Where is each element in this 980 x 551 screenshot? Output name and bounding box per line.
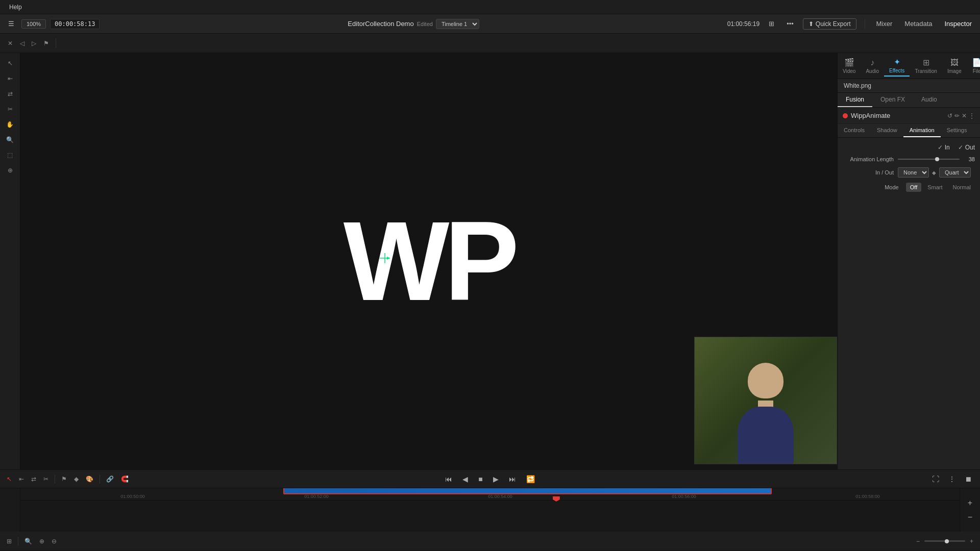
toolbar-menu-btn[interactable]: ☰ bbox=[5, 19, 17, 29]
tool-razor[interactable]: ✂ bbox=[3, 103, 17, 115]
timeline-clip-main[interactable] bbox=[283, 488, 772, 494]
in-check-icon[interactable]: ✓ bbox=[938, 144, 943, 151]
view-sep1 bbox=[56, 38, 56, 48]
pip-person-bg bbox=[695, 337, 837, 464]
out-label: Out bbox=[965, 144, 975, 151]
snap-btn[interactable]: 🧲 bbox=[118, 474, 131, 484]
panel-tab-effects[interactable]: ✦ Effects bbox=[884, 55, 910, 77]
clip-color-btn[interactable]: 🎨 bbox=[83, 474, 96, 484]
tool-slip[interactable]: ⇄ bbox=[3, 88, 17, 100]
mode-label: Mode bbox=[848, 184, 899, 190]
quick-export-button[interactable]: ⬆ Quick Export bbox=[803, 18, 856, 30]
fullscreen-btn[interactable]: ⊞ bbox=[766, 19, 777, 29]
svg-marker-2 bbox=[387, 257, 390, 260]
project-edited: Edited bbox=[417, 21, 433, 27]
audio-settings-btn[interactable]: ⏹ bbox=[962, 473, 975, 485]
effect-icons: ↺ ✏ ✕ ⋮ bbox=[947, 112, 975, 119]
view-next-btn[interactable]: ▷ bbox=[29, 38, 39, 48]
go-start-btn[interactable]: ⏮ bbox=[442, 473, 455, 485]
mode-normal[interactable]: Normal bbox=[949, 183, 975, 192]
track-zoom-in-btn[interactable]: ⊕ bbox=[37, 536, 47, 546]
preview-text: WP bbox=[344, 197, 514, 326]
in-dropdown[interactable]: None bbox=[898, 167, 929, 178]
zoom-slider[interactable] bbox=[924, 540, 965, 542]
menu-help[interactable]: Help bbox=[5, 4, 26, 11]
panel-tab-audio[interactable]: ♪ Audio bbox=[861, 56, 884, 76]
link-btn[interactable]: 🔗 bbox=[104, 474, 116, 484]
effect-edit-btn[interactable]: ✏ bbox=[954, 112, 960, 119]
audio-tab-label: Audio bbox=[866, 68, 879, 74]
metadata-btn[interactable]: Metadata bbox=[901, 19, 935, 29]
stop-btn[interactable]: ■ bbox=[475, 473, 485, 485]
razor-btn[interactable]: ✂ bbox=[41, 474, 51, 484]
subtab-fusion[interactable]: Fusion bbox=[838, 93, 872, 107]
zoom-out-btn[interactable]: − bbox=[965, 511, 975, 523]
tool-zoom[interactable]: 🔍 bbox=[3, 134, 17, 146]
source-tape-btn[interactable]: ⊞ bbox=[4, 536, 14, 546]
tab-shadow[interactable]: Shadow bbox=[871, 124, 903, 137]
playhead-marker bbox=[553, 496, 560, 502]
timeline-select[interactable]: Timeline 1 bbox=[436, 19, 479, 29]
out-check-icon[interactable]: ✓ bbox=[958, 144, 963, 151]
tab-controls[interactable]: Controls bbox=[838, 124, 871, 137]
toolbar-sep1 bbox=[865, 19, 865, 29]
tool-3d[interactable]: ⬚ bbox=[3, 149, 17, 161]
filename-bar: White.png bbox=[838, 79, 980, 93]
overflow-btn[interactable]: ••• bbox=[783, 19, 797, 29]
length-slider[interactable] bbox=[898, 159, 960, 160]
subtab-audio[interactable]: Audio bbox=[913, 93, 945, 107]
pip-video bbox=[694, 337, 837, 464]
right-panel: 🎬 Video ♪ Audio ✦ Effects ⊞ Transition 🖼… bbox=[837, 53, 980, 469]
ruler-marks: 01:00:50:00 01:00:52:00 01:00:54:00 01:0… bbox=[20, 494, 960, 499]
tool-trim[interactable]: ⇤ bbox=[3, 72, 17, 85]
quick-export-icon: ⬆ bbox=[808, 20, 814, 28]
dynamic-trim-btn[interactable]: ⇄ bbox=[29, 474, 39, 484]
view-prev-btn[interactable]: ◁ bbox=[17, 38, 27, 48]
tab-animation[interactable]: Animation bbox=[903, 124, 941, 137]
mode-off[interactable]: Off bbox=[906, 183, 921, 192]
tool-select[interactable]: ↖ bbox=[3, 57, 17, 69]
tool-hand[interactable]: ✋ bbox=[3, 118, 17, 131]
zoom-timeline-in[interactable]: + bbox=[967, 536, 976, 546]
subtab-openfx[interactable]: Open FX bbox=[872, 93, 913, 107]
length-label: Animation Length bbox=[843, 156, 894, 162]
mode-smart[interactable]: Smart bbox=[923, 183, 946, 192]
trim-tool-btn[interactable]: ⇤ bbox=[16, 474, 27, 484]
effect-more-btn[interactable]: ⋮ bbox=[969, 112, 975, 119]
fullscreen-preview-btn[interactable]: ⛶ bbox=[929, 473, 942, 485]
tab-settings[interactable]: Settings bbox=[941, 124, 973, 137]
timeline-body: 01:00:50:00 01:00:52:00 01:00:54:00 01:0… bbox=[0, 488, 980, 532]
zoom-timeline-out[interactable]: − bbox=[914, 536, 922, 546]
panel-tab-image[interactable]: 🖼 Image bbox=[942, 56, 967, 76]
track-zoom-btn[interactable]: 🔍 bbox=[22, 536, 35, 546]
step-back-btn[interactable]: ◀ bbox=[459, 473, 471, 485]
view-flag-btn[interactable]: ⚑ bbox=[41, 38, 52, 48]
mode-row: Mode Off Smart Normal bbox=[843, 183, 975, 192]
bt-sep3 bbox=[18, 537, 18, 546]
tool-overlay[interactable]: ⊕ bbox=[3, 164, 17, 177]
loop-btn[interactable]: 🔁 bbox=[523, 473, 538, 485]
effect-delete-btn[interactable]: ✕ bbox=[962, 112, 967, 119]
select-tool-btn[interactable]: ↖ bbox=[4, 474, 14, 484]
zoom-in-btn[interactable]: + bbox=[965, 497, 975, 509]
in-out-dropdown-row: In / Out None ◆ Quart bbox=[843, 167, 975, 178]
marker-btn[interactable]: ◆ bbox=[71, 474, 81, 484]
effect-reset-btn[interactable]: ↺ bbox=[947, 112, 952, 119]
panel-tab-video[interactable]: 🎬 Video bbox=[838, 56, 861, 76]
inspector-btn[interactable]: Inspector bbox=[942, 19, 975, 29]
image-tab-icon: 🖼 bbox=[950, 58, 959, 67]
track-zoom-out-btn[interactable]: ⊖ bbox=[49, 536, 59, 546]
out-dropdown[interactable]: Quart bbox=[939, 167, 971, 178]
effects-tab-icon: ✦ bbox=[894, 57, 900, 67]
timecode-settings-btn[interactable]: ⋮ bbox=[945, 473, 959, 485]
go-end-btn[interactable]: ⏭ bbox=[506, 473, 519, 485]
panel-tab-file[interactable]: 📄 File bbox=[967, 56, 980, 76]
mixer-btn[interactable]: Mixer bbox=[873, 19, 896, 29]
zoom-display: 100% bbox=[21, 19, 46, 29]
panel-tab-transitions[interactable]: ⊞ Transition bbox=[910, 56, 942, 76]
flag-btn[interactable]: ⚑ bbox=[59, 474, 69, 484]
control-tabs: Controls Shadow Animation Settings bbox=[838, 124, 980, 138]
play-btn[interactable]: ▶ bbox=[490, 473, 502, 485]
effect-item: WippAnimate ↺ ✏ ✕ ⋮ bbox=[838, 108, 980, 124]
view-close-btn[interactable]: ✕ bbox=[5, 38, 15, 48]
